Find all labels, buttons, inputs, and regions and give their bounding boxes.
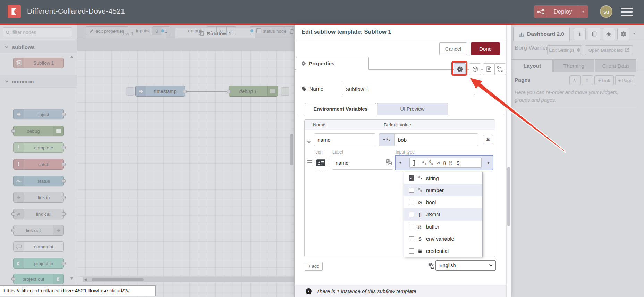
number-type-icon: 09 xyxy=(418,188,422,192)
type-option-string[interactable]: ✓ az string xyxy=(404,172,482,184)
label-label: Label xyxy=(332,150,343,155)
env-var-type-button[interactable]: ▾ az xyxy=(379,133,394,146)
done-button[interactable]: Done xyxy=(471,42,500,55)
env-var-label-input[interactable] xyxy=(332,156,393,170)
env-var-value-input[interactable] xyxy=(394,133,478,146)
dialog-title: Edit subflow template: Subflow 1 xyxy=(302,28,391,35)
checkbox[interactable] xyxy=(409,212,414,217)
translate-icon[interactable] xyxy=(386,159,392,166)
check-icon: ✓ xyxy=(410,176,413,180)
tab-properties[interactable]: Properties xyxy=(296,57,369,70)
buffer-type-icon: 0110 xyxy=(449,161,454,165)
type-option-json[interactable]: {} JSON xyxy=(404,208,482,221)
user-avatar[interactable]: su xyxy=(600,5,612,18)
info-icon: i xyxy=(306,288,312,294)
instance-title: Different-Collared-Dove-4521 xyxy=(27,7,125,15)
checkbox[interactable] xyxy=(409,224,414,229)
id-card-icon xyxy=(316,159,325,166)
number-type-icon: 09 xyxy=(429,161,433,165)
lock-icon xyxy=(417,249,423,253)
type-option-buffer[interactable]: 0110 buffer xyxy=(404,221,482,233)
caret-down-icon[interactable]: ▾ xyxy=(488,161,489,165)
description-button[interactable] xyxy=(483,63,495,75)
string-type-icon: az xyxy=(387,138,390,142)
add-env-var-button[interactable]: +add xyxy=(305,262,323,271)
language-select[interactable]: English xyxy=(435,260,496,271)
gear-icon xyxy=(301,61,306,66)
type-option-bool[interactable]: ⊘ bool xyxy=(404,196,482,208)
json-type-icon: {} xyxy=(443,160,446,165)
checkbox[interactable] xyxy=(409,200,414,205)
deploy-caret-icon[interactable]: ▾ xyxy=(578,5,588,18)
bool-type-icon: ⊘ xyxy=(417,200,423,205)
string-type-icon: az xyxy=(418,176,422,180)
env-type-icon: $ xyxy=(457,160,459,166)
cancel-button[interactable]: Cancel xyxy=(439,42,467,55)
env-type-icon: $ xyxy=(417,236,423,242)
main-menu-icon[interactable] xyxy=(621,8,633,16)
buffer-type-icon: 0110 xyxy=(418,225,422,229)
tag-icon xyxy=(302,86,307,93)
checkbox-checked[interactable]: ✓ xyxy=(409,175,414,181)
row-expand-chevron-icon[interactable] xyxy=(308,138,310,144)
plus-icon: + xyxy=(308,264,311,269)
string-type-icon: az xyxy=(422,161,426,165)
caret-down-icon: ▾ xyxy=(399,161,401,165)
module-properties-button[interactable] xyxy=(469,63,481,75)
translate-icon[interactable] xyxy=(428,262,434,270)
column-default-value: Default value xyxy=(384,122,411,127)
deploy-label: Deploy xyxy=(548,8,578,15)
flowfuse-logo-icon xyxy=(8,5,21,18)
env-var-icon-button[interactable] xyxy=(314,156,328,170)
icon-label: Icon xyxy=(314,150,323,155)
tab-ui-preview[interactable]: UI Preview xyxy=(377,103,448,115)
deploy-button[interactable]: Deploy ▾ xyxy=(534,5,588,18)
selected-types-strip: az 09 ⊘ {} 0110 $ xyxy=(409,158,482,168)
document-icon xyxy=(486,66,491,72)
type-dropdown-menu: ✓ az string 09 number ⊘ bool {} JSON xyxy=(404,172,483,257)
checkbox[interactable] xyxy=(409,236,414,241)
type-option-number[interactable]: 09 number xyxy=(404,184,482,196)
cube-icon xyxy=(472,66,478,72)
tab-environment-variables[interactable]: Environment Variables xyxy=(305,103,376,115)
close-icon: ✖ xyxy=(486,137,490,142)
subflow-name-input[interactable] xyxy=(342,83,475,95)
status-url-tooltip: https://different-collared-dove-4521.flo… xyxy=(0,285,156,296)
caret-down-icon: ▾ xyxy=(383,138,385,142)
dialog-footer: i There is 1 instance of this subflow te… xyxy=(295,285,506,297)
table-header: Name Default value xyxy=(305,120,495,130)
checkbox[interactable] xyxy=(409,248,414,254)
name-label: Name xyxy=(309,86,323,92)
type-option-credential[interactable]: credential xyxy=(404,245,482,257)
column-name: Name xyxy=(313,122,325,127)
edit-subflow-dialog: Edit subflow template: Subflow 1 Cancel … xyxy=(294,25,511,297)
node-red-editor: Different-Collared-Dove-4521 Deploy ▾ su… xyxy=(0,0,644,297)
header: Different-Collared-Dove-4521 Deploy ▾ su xyxy=(0,0,644,23)
appearance-button[interactable] xyxy=(494,63,506,75)
selection-frame-icon xyxy=(497,66,503,72)
checkbox[interactable] xyxy=(409,188,414,193)
deploy-icon xyxy=(534,9,548,14)
chevron-down-icon xyxy=(489,263,493,267)
input-type-select[interactable]: ▾ az 09 ⊘ {} 0110 $ ▾ xyxy=(395,155,493,170)
delete-row-button[interactable]: ✖ xyxy=(483,135,493,144)
json-type-icon: {} xyxy=(417,212,423,217)
type-option-env-variable[interactable]: $ env variable xyxy=(404,233,482,245)
drag-handle-icon[interactable] xyxy=(307,159,312,165)
instance-count-text: There is 1 instance of this subflow temp… xyxy=(316,288,416,294)
dialog-scrollbar[interactable] xyxy=(506,25,511,297)
annotation-highlight-box xyxy=(451,61,467,76)
dialog-scroll-thumb[interactable] xyxy=(507,167,510,226)
env-var-name-input[interactable] xyxy=(314,133,375,146)
bool-type-icon: ⊘ xyxy=(436,160,440,165)
input-type-label: Input type xyxy=(396,150,415,155)
text-cursor-icon xyxy=(413,160,416,166)
